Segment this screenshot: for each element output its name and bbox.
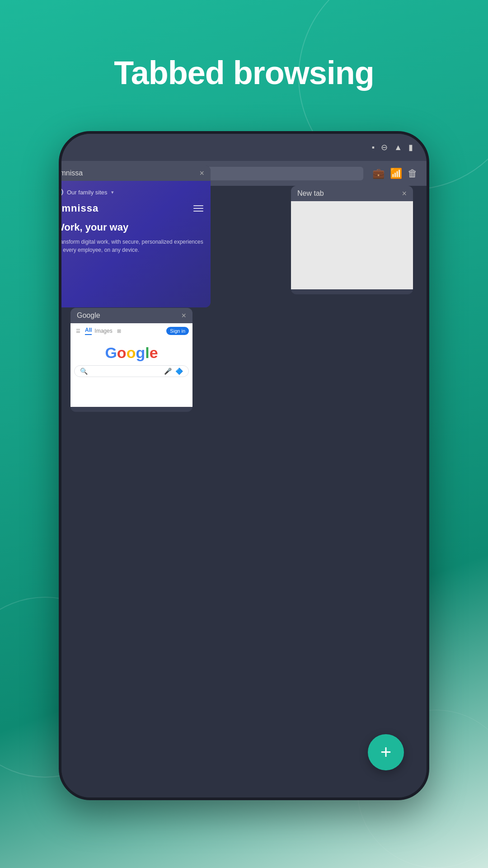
google-tab-header: Google × xyxy=(70,308,192,323)
google-e: e xyxy=(150,344,158,361)
search-icon: 🔍 xyxy=(80,368,88,375)
google-o2: o xyxy=(127,344,136,361)
add-tab-button[interactable]: + xyxy=(368,734,404,770)
newtab-tab-header: New tab × xyxy=(291,186,413,201)
newtab-close-button[interactable]: × xyxy=(402,189,407,198)
omnissa-tab-header: Omnissa × xyxy=(59,165,211,181)
google-logo: Google xyxy=(105,344,158,362)
google-g2: g xyxy=(136,344,145,361)
google-search-bar[interactable]: 🔍 🎤 🔷 xyxy=(74,365,189,377)
omnissa-close-button[interactable]: × xyxy=(199,169,204,177)
briefcase-icon: 💼 xyxy=(372,168,385,179)
google-close-button[interactable]: × xyxy=(181,311,186,320)
omnissa-tab-content: 🌐 Our family sites ▾ omnissa Work, your … xyxy=(59,181,211,307)
google-grid-icon: ⊞ xyxy=(115,327,123,335)
omnissa-headline: Work, your way xyxy=(59,222,203,233)
dropdown-chevron-icon: ▾ xyxy=(111,189,114,195)
tab-card-omnissa[interactable]: Omnissa × 🌐 Our family sites ▾ omnissa xyxy=(59,165,211,307)
microphone-icon[interactable]: 🎤 xyxy=(164,368,172,375)
battery-full-icon: ▮ xyxy=(408,142,413,152)
minus-icon: ⊖ xyxy=(381,142,388,152)
omnissa-topbar: 🌐 Our family sites ▾ xyxy=(59,188,203,196)
battery-icon: ▪ xyxy=(372,143,375,152)
tabs-area: Omnissa × 🌐 Our family sites ▾ omnissa xyxy=(61,186,427,797)
delete-icon: 🗑 xyxy=(408,168,418,179)
google-nav-all-icon: ☰ xyxy=(74,327,82,335)
wifi-icon: ▲ xyxy=(394,143,402,152)
page-title: Tabbed browsing xyxy=(0,54,488,91)
google-tab-all[interactable]: All xyxy=(85,327,92,335)
status-bar: ▪ ⊖ ▲ ▮ xyxy=(61,134,427,161)
tab-card-newtab[interactable]: New tab × xyxy=(291,186,413,294)
newtab-tab-content xyxy=(291,201,413,289)
google-o1: o xyxy=(117,344,127,361)
hamburger-menu-icon[interactable] xyxy=(193,205,203,212)
google-g: G xyxy=(105,344,117,361)
google-signin-button[interactable]: Sign in xyxy=(166,327,189,335)
google-l: l xyxy=(145,344,149,361)
omnissa-logo-row: omnissa xyxy=(59,203,203,214)
omnissa-subtext: Transform digital work, with secure, per… xyxy=(59,238,203,254)
phone-frame: ▪ ⊖ ▲ ▮ ▼ 💼 📶 🗑 Omnissa × 🌐 Our family s… xyxy=(59,131,429,800)
globe-icon: 🌐 xyxy=(59,188,63,196)
omnissa-tab-title: Omnissa xyxy=(59,169,83,177)
lens-icon[interactable]: 🔷 xyxy=(175,368,183,375)
family-sites-label: Our family sites xyxy=(67,189,108,196)
newtab-tab-title: New tab xyxy=(297,189,324,198)
google-tab-images[interactable]: Images xyxy=(94,328,112,334)
wifi-status-icon: 📶 xyxy=(390,168,402,179)
tab-card-google[interactable]: Google × ☰ All Images ⊞ Sign in Google xyxy=(70,308,192,412)
google-toolbar: ☰ All Images ⊞ Sign in xyxy=(74,327,189,335)
omnissa-logo: omnissa xyxy=(59,203,99,214)
google-tab-content: ☰ All Images ⊞ Sign in Google 🔍 🎤 🔷 xyxy=(70,323,192,407)
google-tab-title: Google xyxy=(77,311,100,320)
